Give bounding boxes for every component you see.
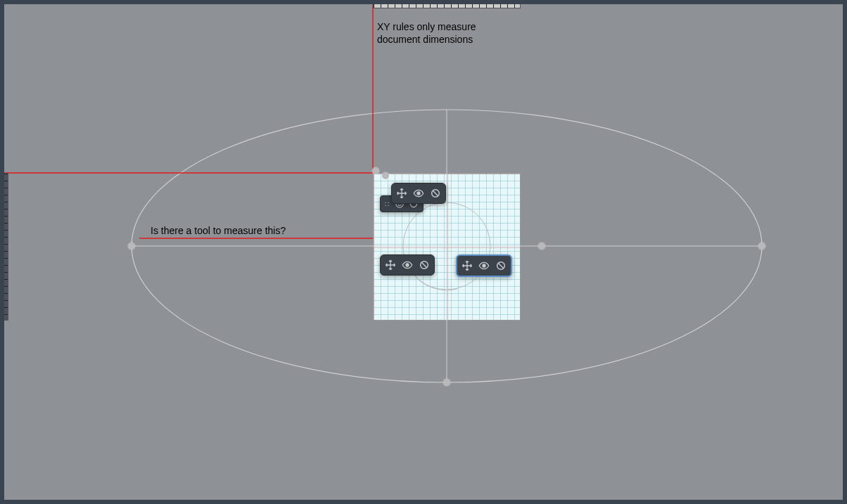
handle-ellipse-left[interactable] [128, 243, 135, 250]
svg-point-3 [417, 192, 420, 195]
svg-point-9 [483, 264, 485, 267]
object-toolbar-right[interactable] [456, 254, 512, 277]
annotation-ruler-note: XY rules only measure document dimension… [377, 21, 476, 46]
move-icon[interactable]: ∷ [385, 200, 390, 208]
handle-axis-mid[interactable] [538, 243, 545, 250]
handle-doc-corner-b[interactable] [382, 172, 389, 179]
handle-ellipse-right[interactable] [758, 243, 765, 250]
svg-line-5 [433, 190, 438, 195]
forbid-icon[interactable] [430, 188, 441, 199]
eye-icon[interactable] [413, 188, 424, 199]
eye-icon[interactable] [478, 260, 490, 271]
ruler-vertical[interactable] [0, 173, 8, 321]
move-icon[interactable] [385, 259, 396, 271]
move-icon[interactable] [396, 188, 407, 199]
annotation-measure-question: Is there a tool to measure this? [151, 225, 286, 238]
object-toolbar-primary[interactable] [391, 183, 446, 204]
handle-ellipse-bottom[interactable] [443, 379, 450, 386]
ruler-horizontal[interactable] [373, 0, 521, 8]
forbid-icon[interactable] [495, 260, 507, 271]
eye-icon[interactable] [402, 259, 413, 271]
canvas-viewport[interactable]: XY rules only measure document dimension… [0, 0, 847, 504]
move-icon[interactable] [461, 260, 473, 271]
svg-line-11 [498, 263, 503, 268]
svg-point-6 [406, 264, 409, 266]
forbid-icon[interactable] [419, 259, 430, 271]
handle-doc-corner-a[interactable] [372, 167, 379, 174]
svg-line-8 [421, 262, 426, 267]
geometry-overlay [0, 0, 847, 504]
object-toolbar-left[interactable] [380, 254, 435, 276]
